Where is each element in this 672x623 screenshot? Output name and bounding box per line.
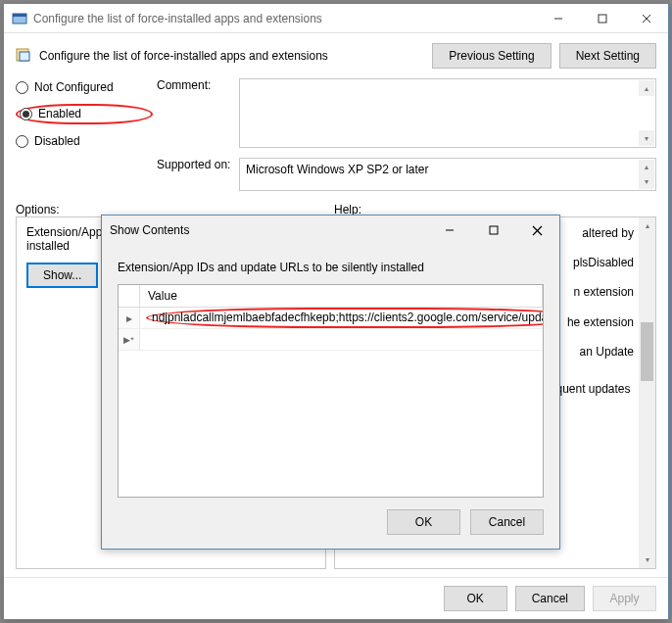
show-contents-dialog: Show Contents Extension/App IDs and upda… [101, 215, 560, 550]
header-label: Configure the list of force-installed ap… [39, 49, 328, 63]
dialog-titlebar[interactable]: Show Contents [102, 216, 559, 245]
extension-value: ndjpnladcallmjemlbaebfadecfhkepb;https:/… [152, 311, 543, 324]
empty-value-cell[interactable] [140, 329, 543, 350]
policy-icon [16, 47, 31, 66]
scroll-up-icon[interactable]: ▴ [639, 80, 654, 96]
close-button[interactable] [515, 216, 559, 245]
scroll-up-icon[interactable]: ▴ [639, 160, 654, 174]
radio-label: Not Configured [34, 80, 114, 94]
grid-header-row: Value [119, 285, 543, 308]
main-window-controls [536, 4, 668, 33]
svg-rect-9 [490, 226, 498, 234]
row-header[interactable]: ▸ [119, 308, 140, 328]
app-icon [12, 11, 27, 26]
main-footer: OK Cancel Apply [4, 577, 668, 619]
grid-corner-cell [119, 285, 140, 307]
dialog-cancel-button[interactable]: Cancel [470, 509, 544, 535]
scroll-down-icon[interactable]: ▾ [639, 174, 654, 189]
value-cell[interactable]: ndjpnladcallmjemlbaebfadecfhkepb;https:/… [140, 308, 543, 328]
supported-on-box: Microsoft Windows XP SP2 or later ▴ ▾ [239, 158, 656, 191]
svg-rect-7 [20, 52, 29, 61]
radio-label: Disabled [34, 134, 80, 148]
settings-form: Not Configured Enabled Disabled Comment:… [4, 72, 668, 199]
radio-disabled[interactable]: Disabled [16, 134, 153, 148]
previous-setting-button[interactable]: Previous Setting [432, 43, 551, 69]
dialog-title: Show Contents [110, 223, 427, 237]
radio-enabled[interactable]: Enabled [20, 107, 81, 120]
maximize-button[interactable] [471, 216, 515, 245]
dialog-body: Extension/App IDs and update URLs to be … [102, 245, 559, 498]
apply-button: Apply [593, 586, 656, 611]
radio-dot-icon [20, 108, 32, 120]
next-setting-button[interactable]: Next Setting [559, 43, 656, 69]
help-scrollbar[interactable]: ▴ ▾ [639, 217, 655, 568]
grid-new-row[interactable]: ▶* [119, 329, 543, 351]
dialog-ok-button[interactable]: OK [387, 509, 460, 535]
comment-scroll: ▴ ▾ [639, 80, 654, 146]
value-highlight: ndjpnladcallmjemlbaebfadecfhkepb;https:/… [146, 308, 543, 327]
comment-label: Comment: [157, 78, 235, 148]
close-button[interactable] [624, 4, 668, 33]
radio-label: Enabled [38, 107, 81, 120]
radio-not-configured[interactable]: Not Configured [16, 80, 153, 94]
radio-dot-icon [16, 135, 28, 148]
dialog-footer: OK Cancel [102, 498, 559, 549]
new-row-indicator-icon: ▶* [119, 329, 140, 350]
grid-data-row[interactable]: ▸ ndjpnladcallmjemlbaebfadecfhkepb;https… [119, 308, 543, 329]
main-titlebar[interactable]: Configure the list of force-installed ap… [4, 4, 668, 33]
column-header-value[interactable]: Value [140, 285, 543, 307]
comment-textarea[interactable]: ▴ ▾ [239, 78, 656, 148]
minimize-button[interactable] [427, 216, 471, 245]
svg-rect-1 [13, 14, 26, 17]
values-grid[interactable]: Value ▸ ndjpnladcallmjemlbaebfadecfhkepb… [118, 284, 544, 498]
cancel-button[interactable]: Cancel [515, 586, 585, 611]
scrollbar-thumb[interactable] [641, 322, 653, 381]
maximize-button[interactable] [580, 4, 624, 33]
dialog-description: Extension/App IDs and update URLs to be … [118, 261, 544, 274]
minimize-button[interactable] [536, 4, 580, 33]
state-radio-group: Not Configured Enabled Disabled [16, 78, 153, 148]
main-title: Configure the list of force-installed ap… [33, 12, 536, 25]
supported-label: Supported on: [157, 158, 235, 171]
header-row: Configure the list of force-installed ap… [4, 33, 668, 72]
scroll-up-icon[interactable]: ▴ [639, 217, 655, 234]
show-button[interactable]: Show... [26, 263, 98, 288]
svg-rect-3 [599, 15, 606, 23]
supported-scroll: ▴ ▾ [639, 160, 654, 189]
scroll-down-icon[interactable]: ▾ [639, 130, 654, 146]
dialog-window-controls [427, 216, 559, 245]
enabled-highlight: Enabled [16, 104, 153, 124]
supported-value: Microsoft Windows XP SP2 or later [246, 163, 429, 176]
scroll-down-icon[interactable]: ▾ [639, 551, 655, 568]
ok-button[interactable]: OK [444, 586, 507, 611]
radio-dot-icon [16, 81, 28, 94]
